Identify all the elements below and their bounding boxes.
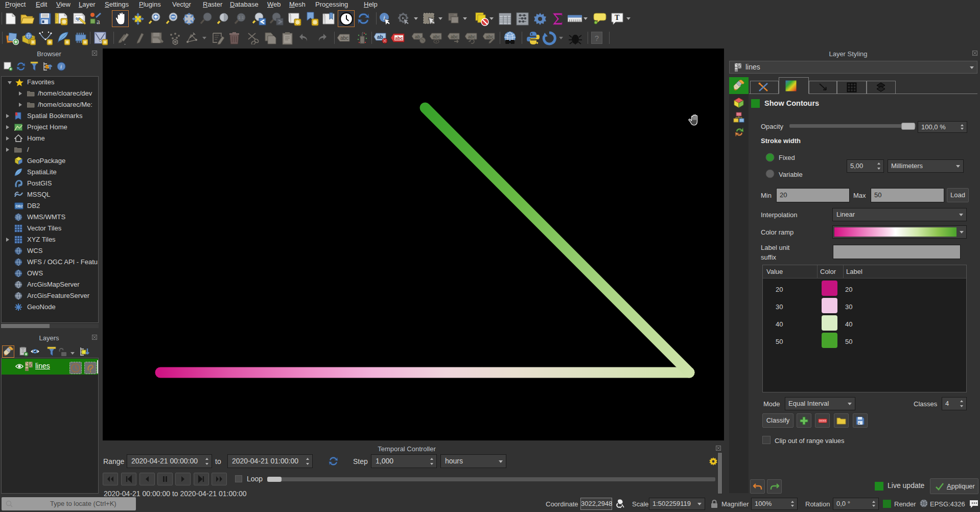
svg-text:T: T	[615, 14, 620, 21]
svg-text:abc: abc	[433, 34, 440, 39]
svg-text:abc: abc	[395, 36, 403, 41]
svg-text:1:1: 1:1	[238, 15, 244, 20]
svg-text:DB2: DB2	[16, 204, 23, 208]
svg-text:abc: abc	[468, 34, 476, 39]
svg-text:a: a	[97, 17, 100, 25]
svg-text:a: a	[858, 422, 860, 425]
svg-text:abc: abc	[451, 34, 458, 39]
svg-text:abc: abc	[340, 35, 348, 41]
svg-text:ab: ab	[377, 34, 383, 40]
svg-text:x: x	[46, 65, 48, 68]
svg-text:i: i	[60, 63, 62, 69]
svg-text:ab: ab	[415, 34, 420, 39]
